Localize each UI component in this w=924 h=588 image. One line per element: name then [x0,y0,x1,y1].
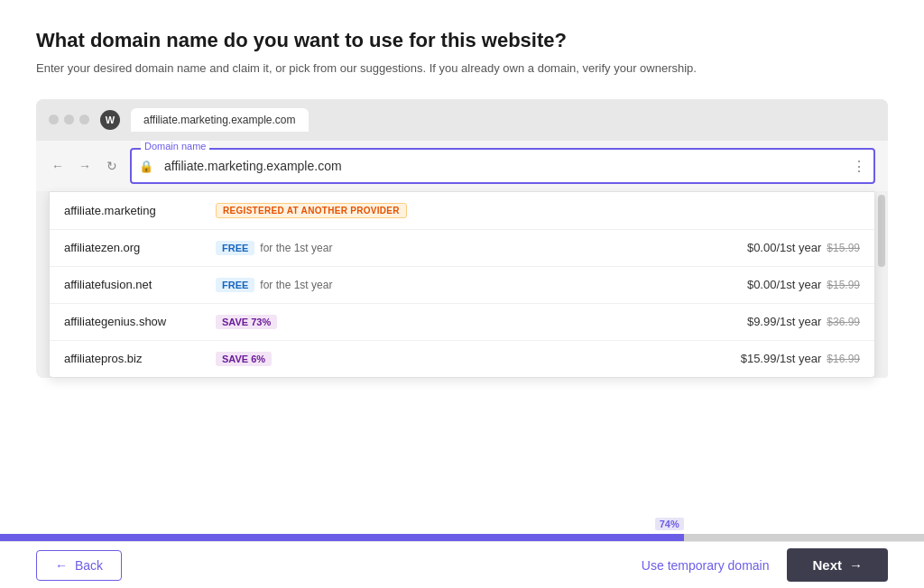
price-section-5: $15.99/1st year $16.99 [741,352,860,365]
browser-nav-bar: ← → ↻ Domain name 🔒 ⋮ [36,141,888,191]
price-current-5: $15.99/1st year [741,352,822,365]
lock-icon: 🔒 [139,159,153,172]
dropdown-row-pros[interactable]: affiliatepros.biz SAVE 6% $15.99/1st yea… [50,341,874,377]
progress-label: 74% [655,518,684,530]
save-badge-5: SAVE 6% [216,352,272,366]
nav-back-button[interactable]: ← [49,157,67,175]
free-badge-3: FREE [216,278,254,292]
domain-option-3: affiliatefusion.net [64,278,208,291]
next-button-label: Next [812,557,842,573]
scrollbar-thumb [878,195,885,267]
domain-option-4: affiliategenius.show [64,315,208,328]
page-subtitle: Enter your desired domain name and claim… [36,60,888,78]
for-text-3: for the 1st year [260,279,332,291]
wordpress-icon: W [100,110,120,130]
back-button[interactable]: ← Back [36,550,122,581]
free-badge-2: FREE [216,241,254,255]
progress-bar-container: 74% [0,534,924,541]
browser-dot-3 [79,115,89,124]
dropdown-row-genius[interactable]: affiliategenius.show SAVE 73% $9.99/1st … [50,304,874,341]
registered-badge: REGISTERED AT ANOTHER PROVIDER [216,203,407,218]
price-original-3: $15.99 [827,279,860,291]
save-badge-4: SAVE 73% [216,315,277,329]
domain-dropdown-container: affiliate.marketing REGISTERED AT ANOTHE… [36,191,888,378]
price-section-4: $9.99/1st year $36.99 [747,315,860,328]
nav-refresh-button[interactable]: ↻ [103,157,121,175]
browser-tab[interactable]: affiliate.marketing.example.com [131,108,309,132]
progress-bar-fill: 74% [0,534,684,541]
dropdown-row-zen[interactable]: affiliatezen.org FREE for the 1st year $… [50,230,874,267]
price-section-2: $0.00/1st year $15.99 [747,241,860,254]
dropdown-row-fusion[interactable]: affiliatefusion.net FREE for the 1st yea… [50,267,874,304]
browser-dots [49,115,89,124]
price-original-4: $36.99 [827,316,860,328]
price-original-5: $16.99 [827,353,860,365]
for-text-2: for the 1st year [260,242,332,254]
price-current-2: $0.00/1st year [747,241,821,254]
domain-option-1: affiliate.marketing [64,204,208,217]
domain-input-label: Domain name [141,141,209,152]
price-current-4: $9.99/1st year [747,315,821,328]
domain-option-2: affiliatezen.org [64,241,208,254]
price-section-3: $0.00/1st year $15.99 [747,278,860,291]
price-current-3: $0.00/1st year [747,278,821,291]
scrollbar[interactable] [875,191,888,378]
footer: ← Back Use temporary domain Next → [0,541,924,588]
browser-dot-2 [64,115,74,124]
browser-dot-1 [49,115,59,124]
nav-forward-button[interactable]: → [76,157,94,175]
domain-dropdown: affiliate.marketing REGISTERED AT ANOTHE… [49,191,875,378]
domain-input[interactable] [130,148,875,184]
back-arrow-icon: ← [55,558,68,573]
browser-bar: W affiliate.marketing.example.com [36,99,888,141]
more-options-icon[interactable]: ⋮ [852,157,866,174]
tab-url: affiliate.marketing.example.com [143,114,296,126]
page-title: What domain name do you want to use for … [36,29,888,52]
temp-domain-link[interactable]: Use temporary domain [642,558,770,573]
browser-mockup: W affiliate.marketing.example.com ← → ↻ … [36,99,888,378]
domain-option-5: affiliatepros.biz [64,352,208,365]
price-original-2: $15.99 [827,242,860,254]
domain-input-wrapper: Domain name 🔒 ⋮ [130,148,875,184]
next-arrow-icon: → [849,557,863,573]
next-button[interactable]: Next → [787,548,888,582]
dropdown-row-registered[interactable]: affiliate.marketing REGISTERED AT ANOTHE… [50,192,874,230]
back-button-label: Back [75,558,103,573]
